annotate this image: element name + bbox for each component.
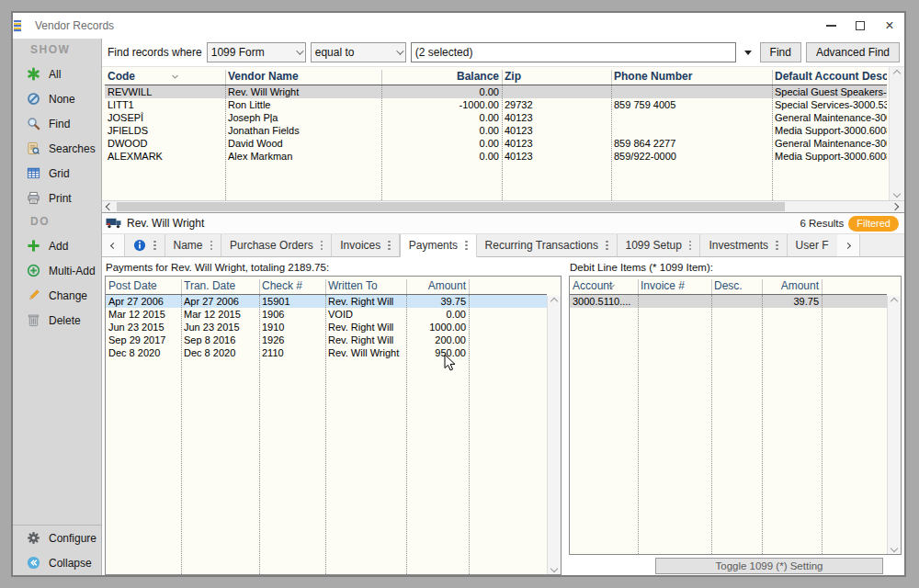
vendor-grid-horizontal-scrollbar[interactable] (102, 200, 904, 213)
cell-vendor-name: Ron Little (225, 99, 381, 110)
table-row[interactable]: JFIELDSJonathan Fields0.0040123Media Sup… (105, 124, 887, 137)
tab-name[interactable]: Name (165, 234, 222, 256)
column-header-post-date[interactable]: Post Date (106, 279, 181, 294)
column-header-amount[interactable]: Amount (762, 279, 822, 294)
tabs-scroll-left-button[interactable] (102, 234, 125, 256)
payments-vertical-scrollbar[interactable] (547, 296, 561, 574)
asterisk-icon (27, 67, 40, 81)
table-row[interactable]: 3000.5110....39.75 (570, 295, 887, 308)
criteria-dropdown-button[interactable] (741, 43, 755, 62)
cell-vendor-name: Rev. Will Wright (225, 86, 381, 97)
scrollbar-thumb[interactable] (117, 202, 785, 211)
close-button[interactable]: × (875, 15, 904, 37)
title-bar: Vendor Records × (13, 13, 904, 39)
tab-recurring-transactions[interactable]: Recurring Transactions (477, 234, 618, 256)
dropdown-arrow-icon (744, 51, 752, 55)
sidebar-item-label: Searches (49, 142, 96, 155)
toggle-1099-button[interactable]: Toggle 1099 (*) Setting (655, 558, 883, 574)
sidebar-item-add[interactable]: Add (13, 233, 101, 258)
column-header-invoice-num[interactable]: Invoice # (638, 279, 711, 294)
table-row[interactable]: Jun 23 2015Jun 23 20151910Rev. Right Wil… (106, 321, 547, 334)
debit-vertical-scrollbar[interactable] (887, 296, 901, 554)
sidebar-item-change[interactable]: Change (13, 283, 101, 308)
tab-menu-icon[interactable] (689, 244, 692, 247)
tab-menu-icon[interactable] (210, 244, 213, 247)
app-icon (14, 20, 21, 32)
cell-code: REVWILL (105, 86, 225, 97)
column-header-written-to[interactable]: Written To (325, 279, 406, 294)
column-header-amount[interactable]: Amount (406, 279, 469, 294)
table-row[interactable]: Mar 12 2015Mar 12 20151906VOID0.00 (106, 308, 547, 321)
tab-menu-icon[interactable] (321, 244, 323, 247)
sidebar-item-delete[interactable]: Delete (13, 308, 101, 333)
find-button[interactable]: Find (760, 42, 801, 62)
table-row[interactable]: Sep 29 2017Sep 8 20161926Rev. Right Will… (106, 334, 547, 346)
sidebar-item-find[interactable]: Find (13, 111, 101, 136)
table-row[interactable]: Apr 27 2006Apr 27 200615901Rev. Right Wi… (106, 295, 547, 308)
table-row[interactable]: LITT1Ron Little-1000.0029732859 759 4005… (105, 98, 887, 111)
column-header-account[interactable]: Account (570, 279, 638, 294)
tab-menu-icon[interactable] (465, 244, 468, 247)
sidebar-item-none[interactable]: None (13, 86, 101, 111)
tab-menu-icon[interactable] (388, 244, 391, 247)
column-header-tran-date[interactable]: Tran. Date (181, 279, 259, 294)
table-row[interactable]: REVWILLRev. Will Wright0.00Special Guest… (105, 85, 887, 98)
scroll-up-icon (891, 298, 898, 305)
sidebar-item-print[interactable]: Print (13, 186, 101, 210)
column-header-account-desc[interactable]: Default Account Desc (772, 70, 887, 85)
sidebar-item-multi-add[interactable]: Multi-Add (13, 258, 101, 283)
column-header-desc[interactable]: Desc. (711, 279, 762, 294)
cell-amount: 39.75 (406, 296, 469, 307)
sidebar-item-configure[interactable]: Configure (13, 526, 101, 550)
collapse-icon (27, 556, 40, 570)
tab-info[interactable] (125, 234, 165, 256)
tab-menu-icon[interactable] (606, 244, 608, 247)
sidebar-item-all[interactable]: All (13, 62, 101, 86)
column-header-code[interactable]: Code (105, 70, 225, 85)
close-icon: × (885, 18, 893, 33)
scroll-left-button[interactable] (102, 204, 117, 209)
vendor-grid-vertical-scrollbar[interactable] (889, 67, 904, 200)
tab-purchase-orders[interactable]: Purchase Orders (221, 234, 332, 256)
cell-balance: -1000.00 (381, 99, 502, 110)
tabs-scroll-right-button[interactable] (837, 234, 860, 256)
field-select[interactable]: 1099 Form (207, 42, 306, 62)
cell-check-num: 2110 (259, 347, 325, 358)
sidebar-item-grid[interactable]: Grid (13, 161, 101, 186)
sort-asc-icon (147, 278, 155, 291)
column-header-balance[interactable]: Balance (381, 70, 502, 85)
column-header-vendor-name[interactable]: Vendor Name (225, 70, 381, 85)
table-row[interactable]: JOSEPÎJoseph Pļa0.0040123General Mainten… (105, 111, 887, 124)
sidebar-item-collapse[interactable]: Collapse (13, 550, 101, 575)
sidebar-item-searches[interactable]: Searches (13, 136, 101, 161)
cell-account-desc: General Maintenance-300 (772, 138, 887, 149)
scroll-right-button[interactable] (888, 204, 902, 209)
operator-select[interactable]: equal to (311, 42, 406, 62)
cell-account-desc: Media Support-3000.6008 (772, 151, 887, 162)
scroll-down-icon (891, 545, 898, 552)
cell-post-date: Apr 27 2006 (106, 296, 181, 307)
cell-amount: 950.00 (406, 347, 469, 358)
tab-menu-icon[interactable] (776, 244, 778, 247)
maximize-button[interactable] (845, 15, 875, 37)
column-header-phone[interactable]: Phone Number (611, 70, 772, 85)
tab-payments[interactable]: Payments (400, 234, 477, 257)
cell-balance: 0.00 (381, 138, 502, 149)
criteria-input[interactable] (411, 42, 736, 62)
table-row[interactable]: ALEXMARKAlex Markman0.0040123859/922-000… (105, 150, 887, 163)
cell-code: JFIELDS (105, 125, 225, 136)
table-row[interactable]: Dec 8 2020Dec 8 20202110Rev. Will Wright… (106, 346, 547, 359)
minimize-button[interactable] (816, 15, 845, 37)
pencil-icon (27, 288, 40, 302)
column-header-zip[interactable]: Zip (502, 70, 611, 85)
tab-menu-icon[interactable] (153, 244, 156, 247)
scroll-up-icon (893, 70, 901, 77)
tab-investments[interactable]: Investments (700, 234, 787, 256)
column-header-check-num[interactable]: Check # (259, 279, 325, 294)
table-row[interactable]: DWOODDavid Wood0.0040123859 864 2277Gene… (105, 137, 887, 150)
tab-1099-setup[interactable]: 1099 Setup (618, 234, 701, 256)
tab-user-fields[interactable]: User F (788, 234, 837, 256)
tab-invoices[interactable]: Invoices (332, 234, 400, 256)
vendor-grid: Code Vendor Name Balance Zip Phone Numbe… (102, 66, 904, 200)
advanced-find-button[interactable]: Advanced Find (806, 42, 900, 62)
